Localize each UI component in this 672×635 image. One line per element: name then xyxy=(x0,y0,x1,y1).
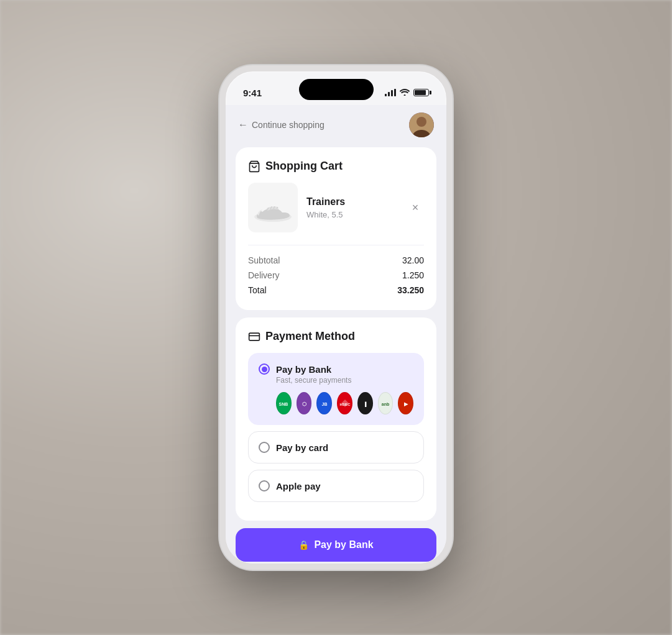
avatar[interactable] xyxy=(409,112,434,137)
card-option-name: Pay by card xyxy=(276,442,328,453)
shopping-cart-card: Shopping Cart xyxy=(236,147,436,310)
pay-button[interactable]: 🔒 Pay by Bank xyxy=(236,528,436,562)
bank-logo-riyad: ▶ xyxy=(398,392,413,414)
radio-bank xyxy=(259,363,270,375)
svg-text:SNB: SNB xyxy=(279,402,288,406)
status-time: 9:41 xyxy=(243,88,262,98)
delivery-value: 1.250 xyxy=(402,270,424,280)
svg-rect-9 xyxy=(249,333,260,340)
screen-content: ← Continue shopping xyxy=(226,105,446,564)
payment-option-card[interactable]: Pay by card xyxy=(248,431,424,464)
bank-logo-onb: ▐ xyxy=(357,392,373,414)
svg-text:JB: JB xyxy=(321,402,327,406)
delivery-label: Delivery xyxy=(248,270,280,280)
dynamic-island xyxy=(299,79,374,100)
bank-option-desc: Fast, secure payments xyxy=(276,376,413,385)
cart-icon xyxy=(248,160,260,173)
signal-icon xyxy=(385,89,396,96)
radio-card xyxy=(259,442,270,453)
payment-option-apple[interactable]: Apple pay xyxy=(248,470,424,502)
bank-logo-anb-light: anb xyxy=(378,392,394,414)
divider-1 xyxy=(248,245,424,245)
product-item: Trainers White, 5.5 × xyxy=(248,183,424,232)
product-details: Trainers White, 5.5 xyxy=(306,196,398,219)
remove-button[interactable]: × xyxy=(407,199,424,216)
pay-button-container: 🔒 Pay by Bank xyxy=(226,528,446,562)
svg-point-1 xyxy=(417,117,426,127)
back-arrow-icon: ← xyxy=(238,119,248,130)
back-label: Continue shopping xyxy=(252,120,324,130)
svg-text:anb: anb xyxy=(382,402,389,406)
apple-option-name: Apple pay xyxy=(276,481,321,491)
payment-title-text: Payment Method xyxy=(265,330,355,343)
pay-button-label: Pay by Bank xyxy=(314,539,373,550)
bank-logo-snb: SNB xyxy=(276,392,292,414)
bank-logos: SNB ⬡ JB xyxy=(276,392,413,414)
svg-text:HSBC: HSBC xyxy=(339,403,351,406)
svg-text:▐: ▐ xyxy=(364,401,367,408)
bank-option-name: Pay by Bank xyxy=(276,364,331,375)
total-row: Total 33.250 xyxy=(248,283,424,298)
bank-logo-jb: JB xyxy=(316,392,332,414)
product-image xyxy=(248,183,298,232)
shoe-image xyxy=(251,191,295,225)
nav-header: ← Continue shopping xyxy=(226,105,446,147)
bank-logo-hsbc: HSBC xyxy=(337,392,352,414)
total-value: 33.250 xyxy=(397,285,424,295)
wifi-icon xyxy=(400,88,410,98)
status-icons xyxy=(385,88,429,98)
lock-icon: 🔒 xyxy=(298,540,309,550)
phone-device: 9:41 xyxy=(219,65,453,570)
payment-icon xyxy=(248,331,260,343)
back-button[interactable]: ← Continue shopping xyxy=(238,119,324,130)
subtotal-row: Subtotal 32.00 xyxy=(248,253,424,268)
cart-title: Shopping Cart xyxy=(248,160,424,173)
payment-title: Payment Method xyxy=(248,330,424,343)
cart-title-text: Shopping Cart xyxy=(265,160,343,173)
bank-logo-anb-purple: ⬡ xyxy=(297,392,312,414)
battery-icon xyxy=(413,89,429,96)
subtotal-value: 32.00 xyxy=(402,255,424,265)
payment-method-card: Payment Method Pay by Bank Fast, secure … xyxy=(236,318,436,521)
delivery-row: Delivery 1.250 xyxy=(248,268,424,283)
product-name: Trainers xyxy=(306,196,398,208)
subtotal-label: Subtotal xyxy=(248,255,280,265)
radio-apple xyxy=(259,480,270,491)
payment-option-bank[interactable]: Pay by Bank Fast, secure payments SNB ⬡ xyxy=(248,353,424,425)
svg-text:⬡: ⬡ xyxy=(302,401,306,407)
product-variant: White, 5.5 xyxy=(306,210,398,219)
svg-text:▶: ▶ xyxy=(404,401,408,407)
total-label: Total xyxy=(248,285,267,295)
